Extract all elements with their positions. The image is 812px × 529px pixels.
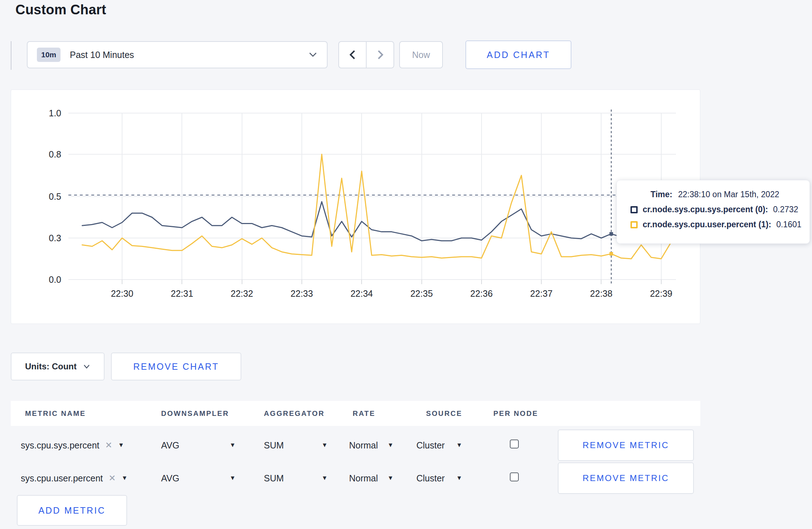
svg-text:0.5: 0.5 (49, 191, 61, 202)
svg-text:22:32: 22:32 (231, 288, 253, 299)
time-window-label: Past 10 Minutes (70, 50, 308, 60)
remove-chart-button[interactable]: REMOVE CHART (111, 353, 241, 380)
units-dropdown[interactable]: Units: Count (11, 353, 105, 380)
chevron-left-icon (348, 49, 357, 61)
svg-text:22:31: 22:31 (171, 288, 193, 299)
chart-hover-tooltip: Time: 22:38:10 on Mar 15th, 2022 cr.node… (617, 180, 810, 244)
source-value: Cluster (416, 473, 445, 484)
chevron-down-icon: ▼ (229, 442, 236, 449)
source-dropdown[interactable]: Cluster ▼ (416, 429, 462, 461)
now-button[interactable]: Now (399, 41, 443, 68)
col-header-downsampler: DOWNSAMPLER (161, 409, 229, 418)
source-dropdown[interactable]: Cluster ▼ (416, 462, 462, 494)
col-header-source: SOURCE (426, 409, 462, 418)
col-header-rate: RATE (353, 409, 375, 418)
series-user-swatch-icon (630, 221, 638, 228)
chevron-down-icon (83, 364, 90, 369)
svg-text:1.0: 1.0 (49, 108, 61, 118)
remove-metric-x-icon[interactable]: ✕ (105, 440, 112, 450)
units-label: Units: Count (25, 361, 77, 372)
tooltip-time-label: Time: (651, 190, 672, 199)
tooltip-time-value: 22:38:10 on Mar 15th, 2022 (678, 190, 779, 199)
metric-row: sys.cpu.sys.percent ✕ ▼ AVG ▼ SUM ▼ Norm… (0, 429, 812, 461)
metric-name: sys.cpu.user.percent (21, 473, 103, 484)
chevron-down-icon: ▼ (229, 475, 236, 482)
chevron-right-icon (376, 49, 385, 61)
metric-name: sys.cpu.sys.percent (21, 440, 100, 451)
next-time-button[interactable] (366, 42, 393, 68)
downsampler-value: AVG (161, 440, 179, 451)
downsampler-value: AVG (161, 473, 179, 484)
metrics-table-header: METRIC NAME DOWNSAMPLER AGGREGATOR RATE … (11, 401, 700, 426)
chevron-down-icon (308, 52, 318, 58)
remove-metric-button[interactable]: REMOVE METRIC (558, 429, 694, 461)
rate-dropdown[interactable]: Normal ▼ (349, 462, 393, 494)
time-window-dropdown[interactable]: 10m Past 10 Minutes (27, 41, 328, 68)
time-pager (338, 41, 394, 68)
svg-text:22:38: 22:38 (590, 288, 613, 299)
metric-dropdown-caret-icon[interactable]: ▼ (118, 442, 124, 449)
chart-card: 0.00.30.50.81.022:3022:3122:3222:3322:34… (11, 89, 700, 324)
add-chart-button[interactable]: ADD CHART (465, 40, 571, 69)
svg-text:0.8: 0.8 (49, 149, 61, 159)
tooltip-series-sys-label: cr.node.sys.cpu.sys.percent (0): (643, 205, 768, 214)
aggregator-dropdown[interactable]: SUM ▼ (264, 429, 328, 461)
svg-text:22:30: 22:30 (111, 288, 134, 299)
svg-text:22:36: 22:36 (470, 288, 493, 299)
rate-value: Normal (349, 440, 378, 451)
prev-time-button[interactable] (339, 42, 366, 68)
chevron-down-icon: ▼ (322, 442, 328, 449)
remove-metric-button[interactable]: REMOVE METRIC (558, 462, 694, 494)
chevron-down-icon: ▼ (456, 475, 462, 482)
aggregator-value: SUM (264, 473, 284, 484)
svg-text:22:37: 22:37 (530, 288, 553, 299)
per-node-checkbox[interactable] (510, 440, 519, 448)
toolbar-divider (11, 41, 11, 70)
tooltip-series-user-label: cr.node.sys.cpu.user.percent (1): (643, 220, 771, 229)
rate-dropdown[interactable]: Normal ▼ (349, 429, 393, 461)
svg-text:22:34: 22:34 (351, 288, 373, 299)
metric-dropdown-caret-icon[interactable]: ▼ (121, 475, 127, 482)
source-value: Cluster (416, 440, 445, 451)
metric-row: sys.cpu.user.percent ✕ ▼ AVG ▼ SUM ▼ Nor… (0, 462, 812, 494)
chevron-down-icon: ▼ (322, 475, 328, 482)
svg-text:22:39: 22:39 (650, 288, 672, 299)
remove-metric-x-icon[interactable]: ✕ (108, 473, 116, 483)
aggregator-value: SUM (264, 440, 284, 451)
series-sys-swatch-icon (630, 206, 638, 213)
chevron-down-icon: ▼ (387, 442, 393, 449)
tooltip-series-sys-value: 0.2732 (773, 205, 798, 214)
svg-text:0.3: 0.3 (49, 233, 61, 243)
col-header-aggregator: AGGREGATOR (264, 409, 325, 418)
time-series-chart[interactable]: 0.00.30.50.81.022:3022:3122:3222:3322:34… (11, 90, 701, 324)
time-window-badge: 10m (37, 48, 61, 62)
chevron-down-icon: ▼ (387, 475, 393, 482)
add-metric-button[interactable]: ADD METRIC (17, 495, 127, 526)
svg-text:0.0: 0.0 (49, 275, 61, 285)
svg-text:22:35: 22:35 (410, 288, 433, 299)
rate-value: Normal (349, 473, 378, 484)
downsampler-dropdown[interactable]: AVG ▼ (161, 429, 236, 461)
chevron-down-icon: ▼ (456, 442, 462, 449)
per-node-checkbox[interactable] (510, 472, 519, 481)
tooltip-series-user-value: 0.1601 (776, 220, 801, 229)
downsampler-dropdown[interactable]: AVG ▼ (161, 462, 236, 494)
col-header-metric-name: METRIC NAME (25, 409, 86, 418)
page-title: Custom Chart (15, 2, 106, 18)
aggregator-dropdown[interactable]: SUM ▼ (264, 462, 328, 494)
col-header-per-node: PER NODE (493, 409, 538, 418)
svg-text:22:33: 22:33 (291, 288, 313, 299)
